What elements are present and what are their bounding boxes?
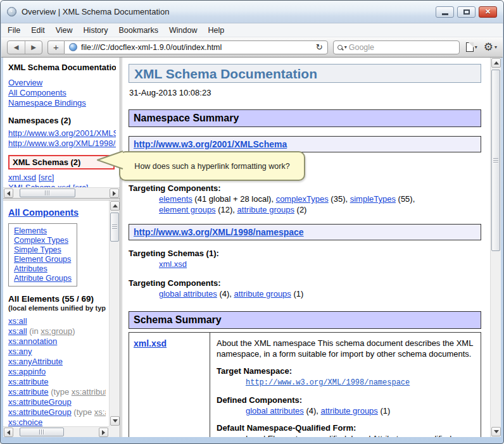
namespace-2-link[interactable]: http://www.w3.org/XML/1998/namespace xyxy=(134,227,304,237)
settings-menu-button[interactable]: ⚙▾ xyxy=(484,42,497,52)
scroll-left-button[interactable] xyxy=(4,428,13,437)
link-element-groups[interactable]: element groups xyxy=(159,205,216,214)
scroll-thumb[interactable] xyxy=(491,70,500,251)
scroll-down-button[interactable] xyxy=(491,427,501,436)
link-xs-any[interactable]: xs:any xyxy=(8,347,32,356)
schema-summary-header: Schema Summary xyxy=(129,311,481,329)
scroll-thumb[interactable] xyxy=(110,213,119,242)
menu-item-edit[interactable]: Edit xyxy=(31,26,45,35)
menu-item-history[interactable]: History xyxy=(84,26,108,35)
namespace-link-http-www-w3-org-xml-1998-namespace[interactable]: http://www.w3.org/XML/1998/namespace xyxy=(8,139,116,149)
link-simpletypes[interactable]: simpleTypes xyxy=(350,194,396,204)
link-xs-all[interactable]: xs:all xyxy=(8,316,27,326)
search-field[interactable]: ▾ xyxy=(333,40,460,54)
page-menu-button[interactable]: ▾ xyxy=(466,42,477,52)
maximize-button[interactable] xyxy=(457,6,476,18)
sidebar-top-hscrollbar[interactable] xyxy=(3,187,120,198)
main-scrollbar[interactable] xyxy=(490,58,501,437)
kind-link-complex-types[interactable]: Complex Types xyxy=(14,236,72,245)
back-button[interactable]: ◀ xyxy=(8,41,25,54)
link-http-www-w3-org-xml-1998-namespace[interactable]: http://www.w3.org/XML/1998/namespace xyxy=(246,378,410,387)
list-item: xs:annotation xyxy=(8,336,106,347)
kind-link-elements[interactable]: Elements xyxy=(14,226,72,236)
link-global-attributes[interactable]: global attributes xyxy=(159,289,217,299)
targeting-components-label: Targeting Components: xyxy=(129,183,481,193)
link-global-attributes[interactable]: global attributes xyxy=(246,406,304,416)
link-src[interactable]: [src] xyxy=(39,173,54,182)
sidebar-overview-frame: XML Schema Documentation OverviewAll Com… xyxy=(3,58,120,198)
scroll-down-button[interactable] xyxy=(110,416,120,426)
link-xml-xsd[interactable]: xml.xsd xyxy=(159,259,187,269)
link-xs-appinfo[interactable]: xs:appinfo xyxy=(8,367,46,376)
sidebar-link-overview[interactable]: Overview xyxy=(8,78,116,88)
refresh-icon[interactable]: ↻ xyxy=(316,42,323,52)
all-components-link[interactable]: All Components xyxy=(8,207,79,218)
namespace-link-http-www-w3-org-2001-xmlschema[interactable]: http://www.w3.org/2001/XMLSchema xyxy=(8,128,116,139)
scroll-up-button[interactable] xyxy=(110,201,120,211)
scroll-left-button[interactable] xyxy=(4,188,13,198)
link-xs-attribute[interactable]: xs:attribute xyxy=(8,377,49,386)
link-xs-group[interactable]: xs:group xyxy=(41,326,72,336)
url-text: file:///C:/docflex-xml-1.9.0/out/index.h… xyxy=(81,43,312,52)
scroll-up-button[interactable] xyxy=(491,58,501,68)
menu-item-help[interactable]: Help xyxy=(208,26,224,35)
target-namespace-label: Target Namespace: xyxy=(217,366,474,376)
text-segment: (1) xyxy=(291,289,304,299)
sidebar-bottom-hscrollbar[interactable] xyxy=(3,426,109,437)
link-xs-all[interactable]: xs:all xyxy=(8,326,27,336)
list-item: xs:all (in xs:group) xyxy=(8,326,106,336)
link-xs-attributegroup[interactable]: xs:attributeGroup xyxy=(94,407,106,417)
link-attribute-groups[interactable]: attribute groups xyxy=(321,406,378,416)
menu-item-view[interactable]: View xyxy=(56,26,73,35)
close-button[interactable]: ✕ xyxy=(479,6,497,18)
list-item: xs:any xyxy=(8,347,106,357)
targeting-components-list: elements (41 global + 28 local), complex… xyxy=(159,194,481,215)
scroll-thumb[interactable] xyxy=(20,428,64,436)
list-item: xs:attribute xyxy=(8,377,106,387)
search-dropdown-icon[interactable]: ▾ xyxy=(344,44,347,50)
kind-link-simple-types[interactable]: Simple Types xyxy=(14,245,72,255)
search-input[interactable] xyxy=(349,43,455,52)
link-attribute-groups[interactable]: attribute groups xyxy=(234,289,291,299)
kind-link-attribute-groups[interactable]: Attribute Groups xyxy=(14,274,72,283)
list-item: xs:anyAttribute xyxy=(8,357,106,367)
schema-link[interactable]: xml.xsd xyxy=(134,338,167,348)
new-tab-button[interactable]: + xyxy=(47,40,64,54)
link-complextypes[interactable]: complexTypes xyxy=(276,194,329,204)
menu-item-bookmarks[interactable]: Bookmarks xyxy=(118,26,158,35)
triangle-left-icon xyxy=(7,191,10,196)
link-xs-anyattribute[interactable]: xs:anyAttribute xyxy=(8,357,63,366)
link-xs-annotation[interactable]: xs:annotation xyxy=(8,336,57,346)
sidebar-link-all-components[interactable]: All Components xyxy=(8,88,116,98)
address-bar[interactable]: file:///C:/docflex-xml-1.9.0/out/index.h… xyxy=(64,40,328,54)
triangle-up-icon xyxy=(113,204,118,207)
sidebar: XML Schema Documentation OverviewAll Com… xyxy=(3,58,120,437)
callout-text: How does such a hyperlink formatting wor… xyxy=(134,162,289,171)
link-xs-choice[interactable]: xs:choice xyxy=(8,417,42,427)
targeting-schemas-list: xml.xsd xyxy=(159,259,481,270)
menu-item-window[interactable]: Window xyxy=(169,26,197,35)
link-xs-attributegroup[interactable]: xs:attributeGroup xyxy=(8,397,72,407)
triangle-up-icon xyxy=(494,61,499,65)
nav-buttons: ◀ ▶ xyxy=(7,40,42,54)
link-xs-attribute[interactable]: xs:attribute xyxy=(72,387,106,397)
sidebar-link-namespace-bindings[interactable]: Namespace Bindings xyxy=(8,98,116,108)
scroll-right-button[interactable] xyxy=(99,428,108,437)
scroll-right-button[interactable] xyxy=(110,188,119,198)
scroll-thumb[interactable] xyxy=(20,188,75,197)
kind-link-attributes[interactable]: Attributes xyxy=(14,264,72,274)
menu-item-file[interactable]: File xyxy=(8,26,20,35)
scrollbar-corner xyxy=(109,426,120,437)
sidebar-bottom-vscrollbar[interactable] xyxy=(109,200,120,426)
close-icon: ✕ xyxy=(485,8,491,15)
link-xml-xsd[interactable]: xml.xsd xyxy=(8,173,36,182)
link-xs-attribute[interactable]: xs:attribute xyxy=(8,387,49,397)
kind-link-element-groups[interactable]: Element Groups xyxy=(14,255,72,264)
link-attribute-groups[interactable]: attribute groups xyxy=(237,205,294,214)
namespace-1-link[interactable]: http://www.w3.org/2001/XMLSchema xyxy=(134,139,287,149)
link-elements[interactable]: elements xyxy=(159,194,192,204)
forward-button[interactable]: ▶ xyxy=(25,41,42,54)
link-xs-attributegroup[interactable]: xs:attributeGroup xyxy=(8,407,72,417)
minimize-button[interactable] xyxy=(436,6,454,18)
document-body: XML Schema Documentation 31-Aug-2013 10:… xyxy=(122,58,490,437)
